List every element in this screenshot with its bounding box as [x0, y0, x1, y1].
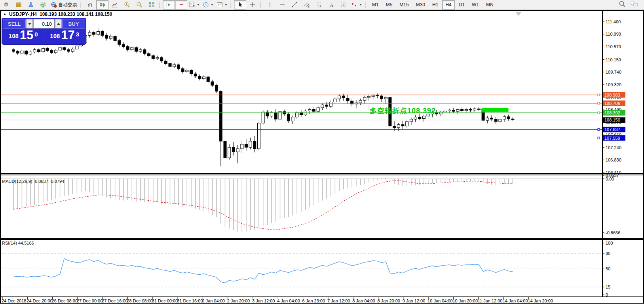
highlight-zone[interactable] [482, 108, 509, 112]
svg-text:111.400: 111.400 [606, 19, 621, 24]
buy-price-prefix: 108 [50, 32, 60, 40]
chart-shift-button[interactable] [175, 0, 187, 10]
timeframe-w1-button[interactable]: W1 [469, 0, 482, 10]
sell-price-sup: 0 [34, 31, 38, 38]
svg-text:50: 50 [606, 266, 610, 271]
chevron-down-icon[interactable] [211, 4, 213, 6]
svg-text:80: 80 [606, 251, 610, 256]
vertical-line-button[interactable] [264, 0, 276, 10]
bar-chart-icon [87, 2, 93, 8]
M15-label: M15 [399, 2, 408, 8]
indicators-button[interactable] [187, 0, 201, 10]
panel-collapse-icon[interactable]: ▲ [3, 12, 6, 17]
zoom-in-button[interactable] [121, 0, 133, 10]
sell-button[interactable]: SELL [3, 19, 26, 28]
timeframe-h1-button[interactable]: H1 [429, 0, 441, 10]
new-order-label: 单 [4, 2, 9, 8]
chevron-down-icon[interactable] [197, 4, 199, 6]
svg-text:110.150: 110.150 [606, 57, 621, 62]
toolbar-separator [159, 2, 161, 8]
svg-text:28 Dec 08:00: 28 Dec 08:00 [127, 298, 153, 303]
auto-scroll-button[interactable] [163, 0, 175, 10]
equidistant-channel-icon: E [304, 2, 310, 8]
auto-trading-icon [51, 2, 57, 8]
chart-window-background [0, 10, 644, 304]
svg-text:9 Jan 12:00: 9 Jan 12:00 [403, 298, 426, 303]
chart-title: ▲ USDJPY-,H4 108.193 108.233 108.141 108… [3, 11, 112, 17]
svg-text:7 Jan 12:00: 7 Jan 12:00 [327, 298, 350, 303]
svg-text:4 Jan 04:00: 4 Jan 04:00 [277, 298, 300, 303]
timeframe-m30-button[interactable]: M30 [413, 0, 428, 10]
chart-shift-icon [178, 2, 184, 8]
chevron-down-icon[interactable] [225, 4, 227, 6]
new-order-button[interactable]: 单 [0, 0, 12, 10]
zoom-out-button[interactable] [133, 0, 145, 10]
horizontal-line-button[interactable] [276, 0, 288, 10]
equidistant-channel-button[interactable]: E [300, 0, 313, 10]
svg-text:6 Jan 23:00: 6 Jan 23:00 [302, 298, 325, 303]
horizontal-line-icon [279, 2, 285, 8]
timeframe-h4-button[interactable]: H4 [442, 0, 454, 10]
svg-text:24 Dec 20:00: 24 Dec 20:00 [27, 298, 52, 303]
svg-text:2 Jan 04:00: 2 Jan 04:00 [202, 298, 225, 303]
candlestick-chart-icon [99, 2, 106, 8]
timeframe-d1-button[interactable]: D1 [456, 0, 468, 10]
buy-price-button[interactable]: 108 17 3 [44, 30, 85, 42]
auto-trading-label: 自动交易 [58, 2, 77, 8]
svg-text:107.559: 107.559 [604, 136, 620, 141]
tile-windows-icon [148, 2, 155, 8]
auto-trading-button[interactable]: 自动交易 [49, 0, 79, 10]
svg-text:26 Dec 08:00: 26 Dec 08:00 [52, 298, 78, 303]
timeframe-m15-button[interactable]: M15 [396, 0, 412, 10]
sell-price-button[interactable]: 108 15 0 [3, 30, 44, 42]
buy-button[interactable]: BUY [62, 19, 85, 28]
M5-label: M5 [386, 2, 393, 8]
buy-price-sup: 3 [76, 31, 79, 38]
line-chart-button[interactable] [108, 0, 121, 10]
text-button[interactable]: A [325, 0, 337, 10]
cursor-button[interactable] [234, 0, 246, 10]
trendline-button[interactable] [288, 0, 300, 10]
text-label-button[interactable]: T [337, 0, 350, 10]
line-chart-icon [112, 2, 118, 8]
timeframe-mn-button[interactable]: MN [483, 0, 497, 10]
zoom-out-icon [136, 2, 142, 8]
svg-text:-0.8666: -0.8666 [606, 230, 620, 235]
community-button[interactable] [25, 0, 37, 10]
periods-button[interactable] [201, 0, 215, 10]
community-icon [28, 2, 34, 8]
svg-text:31 Dec 00:00: 31 Dec 00:00 [152, 298, 178, 303]
svg-text:108.983: 108.983 [604, 93, 620, 97]
H4-label: H4 [445, 2, 451, 8]
svg-text:10 Jan 20:00: 10 Jan 20:00 [452, 298, 478, 303]
svg-text:100: 100 [606, 241, 613, 245]
market-depth-button[interactable] [12, 0, 25, 10]
turning-point-annotation[interactable]: 多空转折点108.392 [370, 106, 436, 116]
search-icon[interactable] [619, 0, 626, 9]
timeframe-m1-button[interactable]: M1 [369, 0, 382, 10]
timeframe-m5-button[interactable]: M5 [383, 0, 396, 10]
svg-text:108.150: 108.150 [604, 118, 620, 122]
lot-decrease-button[interactable] [26, 19, 33, 28]
signals-button[interactable] [37, 0, 49, 10]
chevron-down-icon[interactable] [359, 4, 362, 6]
toolbar-separator [80, 2, 82, 8]
rsi-indicator-label: RSI(14) 44.5166 [2, 241, 34, 245]
M30-label: M30 [416, 2, 425, 8]
candlestick-chart-button[interactable] [96, 0, 108, 10]
lot-size-input[interactable] [33, 19, 55, 28]
D1-label: D1 [459, 2, 465, 8]
chat-icon[interactable] [631, 1, 638, 9]
mt4-terminal: 单自动交易EFATM1M5M15M30H1H4D1W1MN 111.400110… [0, 0, 644, 304]
svg-text:108.392: 108.392 [604, 110, 620, 115]
crosshair-button[interactable] [246, 0, 258, 10]
svg-text:14 Jan 04:00: 14 Jan 04:00 [503, 298, 528, 303]
arrows-button[interactable] [350, 0, 363, 10]
chart-canvas[interactable]: 111.400110.990110.570110.150109.740109.3… [0, 0, 644, 304]
bar-chart-button[interactable] [84, 0, 96, 10]
fibonacci-button[interactable]: F [313, 0, 325, 10]
tile-windows-button[interactable] [145, 0, 158, 10]
lot-increase-button[interactable] [55, 19, 62, 28]
templates-button[interactable] [215, 0, 229, 10]
periods-icon [203, 2, 209, 8]
